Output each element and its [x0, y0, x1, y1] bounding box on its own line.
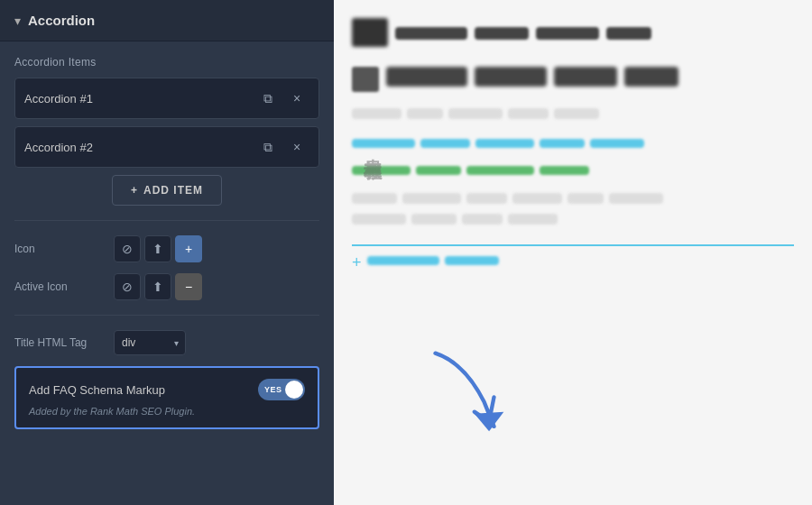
accordion-chevron-icon[interactable]: ▾ [14, 14, 21, 28]
preview-section-4 [352, 139, 794, 153]
panel-content: Accordion Items Accordion #1 ⧉ × Accordi… [0, 41, 334, 505]
preview-section-1 [352, 18, 794, 54]
icon-field-controls: ⊘ ⬆ + [114, 235, 202, 262]
panel-title: Accordion [28, 13, 95, 28]
title-html-tag-field-row: Title HTML Tag div h1 h2 h3 h4 h5 h6 spa… [14, 330, 319, 355]
preview-section-3 [352, 108, 794, 124]
icon-field-row: Icon ⊘ ⬆ + [14, 235, 319, 262]
active-icon-upload-button[interactable]: ⬆ [144, 273, 171, 300]
accordion-item-2-copy-button[interactable]: ⧉ [255, 134, 281, 160]
active-icon-ban-button[interactable]: ⊘ [114, 273, 141, 300]
minus-icon: − [185, 280, 192, 294]
ban-icon: ⊘ [122, 280, 133, 294]
faq-schema-toggle[interactable]: YES [258, 379, 305, 400]
preview-section-5 [352, 166, 794, 180]
preview-section-6 [352, 193, 794, 230]
active-icon-field-row: Active Icon ⊘ ⬆ − [14, 273, 319, 300]
accordion-item-1-label: Accordion #1 [24, 92, 252, 106]
title-html-tag-label: Title HTML Tag [14, 336, 114, 349]
faq-schema-section: Add FAQ Schema Markup YES Added by the R… [14, 366, 319, 429]
right-panel: + 木星教程 [334, 0, 812, 505]
title-html-tag-select[interactable]: div h1 h2 h3 h4 h5 h6 span p [114, 330, 186, 355]
preview-section-7: + [352, 244, 794, 272]
add-item-plus-icon: + [131, 184, 138, 197]
icon-ban-button[interactable]: ⊘ [114, 235, 141, 262]
preview-section-2 [352, 67, 794, 92]
accordion-items-label: Accordion Items [14, 56, 319, 69]
panel-header: ▾ Accordion [0, 0, 334, 41]
accordion-item-row: Accordion #2 ⧉ × [14, 126, 319, 168]
active-icon-field-controls: ⊘ ⬆ − [114, 273, 202, 300]
left-panel: ▾ Accordion Accordion Items Accordion #1… [0, 0, 334, 505]
faq-schema-note: Added by the Rank Math SEO Plugin. [29, 406, 305, 417]
plus-icon: + [185, 242, 192, 256]
icon-add-button[interactable]: + [175, 235, 202, 262]
close-icon: × [293, 140, 300, 154]
title-html-tag-select-wrapper: div h1 h2 h3 h4 h5 h6 span p ▾ [114, 330, 186, 355]
accordion-item-1-delete-button[interactable]: × [284, 86, 309, 111]
upload-icon: ⬆ [152, 242, 163, 256]
accordion-item-2-label: Accordion #2 [24, 141, 252, 154]
add-item-button[interactable]: + ADD ITEM [112, 175, 222, 206]
accordion-item-row: Accordion #1 ⧉ × [14, 78, 319, 119]
active-icon-remove-button[interactable]: − [175, 273, 202, 300]
toggle-knob [285, 381, 303, 399]
add-item-label: ADD ITEM [143, 184, 203, 197]
copy-icon: ⧉ [263, 140, 272, 155]
icon-field-label: Icon [14, 243, 114, 255]
divider [14, 220, 319, 221]
arrow-overlay [406, 334, 523, 451]
upload-icon: ⬆ [152, 280, 163, 294]
faq-schema-row: Add FAQ Schema Markup YES [29, 379, 305, 400]
icon-upload-button[interactable]: ⬆ [144, 235, 171, 262]
ban-icon: ⊘ [122, 242, 133, 256]
copy-icon: ⧉ [263, 91, 272, 106]
svg-marker-0 [475, 412, 504, 432]
accordion-item-1-copy-button[interactable]: ⧉ [255, 86, 281, 111]
active-icon-field-label: Active Icon [14, 280, 114, 293]
divider-2 [14, 315, 319, 316]
faq-schema-label: Add FAQ Schema Markup [29, 383, 165, 397]
close-icon: × [293, 91, 300, 106]
accordion-item-2-delete-button[interactable]: × [284, 134, 309, 160]
preview-content: + [352, 18, 794, 290]
toggle-yes-label: YES [264, 385, 282, 394]
watermark-text: 木星教程 [361, 144, 385, 152]
